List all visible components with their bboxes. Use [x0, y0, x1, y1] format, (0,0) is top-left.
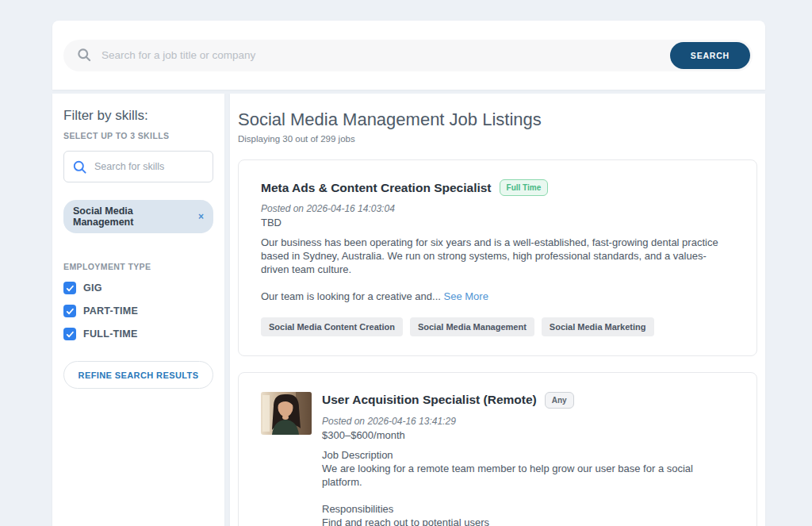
employment-option-part-time[interactable]: PART-TIME — [63, 305, 213, 317]
skill-tag: Social Media Content Creation — [261, 317, 403, 336]
job-title-row: User Acquisition Specialist (Remote)Any — [322, 392, 734, 409]
skill-chip-label: Social Media Management — [73, 205, 193, 228]
skill-search-box[interactable] — [63, 151, 213, 182]
job-posted-date: Posted on 2026-04-16 14:03:04 — [261, 203, 734, 214]
applicant-avatar — [261, 392, 312, 435]
filters-sidebar: Filter by skills: SELECT UP TO 3 SKILLS … — [52, 94, 224, 526]
checkbox-checked-icon[interactable] — [63, 328, 76, 340]
job-description-line: Job Description — [322, 448, 734, 462]
page-title: Social Media Management Job Listings — [238, 109, 757, 130]
employment-type-options: GIGPART-TIMEFULL-TIME — [63, 282, 213, 340]
search-button[interactable]: SEARCH — [670, 42, 750, 69]
filter-title: Filter by skills: — [63, 108, 213, 124]
job-list: Meta Ads & Content Creation SpecialistFu… — [238, 159, 757, 526]
employment-type-label: EMPLOYMENT TYPE — [63, 262, 213, 271]
skill-tag: Social Media Management — [410, 317, 534, 336]
employment-option-label: GIG — [83, 282, 102, 294]
see-more-link[interactable]: See More — [444, 290, 488, 302]
job-description: Our business has been operating for six … — [261, 236, 734, 304]
skill-search-input[interactable] — [94, 161, 205, 172]
results-count: Displaying 30 out of 299 jobs — [238, 134, 757, 144]
filter-subtitle: SELECT UP TO 3 SKILLS — [63, 131, 213, 140]
top-search-bar: SEARCH — [52, 21, 765, 90]
search-icon — [72, 159, 87, 175]
job-description-line: Our team is looking for a creative and..… — [261, 290, 734, 303]
job-listings-panel: Social Media Management Job Listings Dis… — [230, 94, 765, 526]
job-skill-tags: Social Media Content CreationSocial Medi… — [261, 317, 734, 336]
remove-skill-icon[interactable]: × — [198, 211, 204, 222]
employment-option-label: FULL-TIME — [83, 328, 138, 340]
job-description-line: Responsibilities — [322, 502, 734, 516]
job-salary: TBD — [261, 217, 734, 228]
employment-option-label: PART-TIME — [83, 305, 138, 317]
job-title: User Acquisition Specialist (Remote) — [322, 393, 537, 407]
job-description-line: Our business has been operating for six … — [261, 236, 734, 276]
job-search-input[interactable] — [63, 40, 753, 71]
checkbox-checked-icon[interactable] — [63, 305, 76, 317]
job-salary: $300–$600/month — [322, 429, 734, 441]
employment-badge: Full Time — [500, 179, 549, 196]
selected-skill-chips: Social Media Management× — [63, 200, 213, 233]
job-card: Meta Ads & Content Creation SpecialistFu… — [238, 159, 757, 356]
employment-option-full-time[interactable]: FULL-TIME — [63, 328, 213, 340]
checkbox-checked-icon[interactable] — [63, 282, 76, 294]
job-title: Meta Ads & Content Creation Specialist — [261, 181, 492, 195]
job-description: Job DescriptionWe are looking for a remo… — [322, 448, 734, 526]
job-description-line: We are looking for a remote team member … — [322, 462, 734, 489]
refine-search-button[interactable]: REFINE SEARCH RESULTS — [63, 361, 213, 389]
job-card: User Acquisition Specialist (Remote)AnyP… — [238, 372, 757, 526]
employment-badge: Any — [545, 392, 574, 409]
job-description-line: Find and reach out to potential users — [322, 516, 734, 526]
job-teaser-text: Our team is looking for a creative and..… — [261, 290, 444, 302]
job-description-line — [322, 489, 734, 502]
job-posted-date: Posted on 2026-04-16 13:41:29 — [322, 416, 734, 427]
employment-option-gig[interactable]: GIG — [63, 282, 213, 294]
job-title-row: Meta Ads & Content Creation SpecialistFu… — [261, 179, 734, 196]
skill-chip: Social Media Management× — [63, 200, 213, 233]
search-icon — [76, 47, 92, 63]
job-description-line — [261, 276, 734, 290]
skill-tag: Social Media Marketing — [542, 317, 654, 336]
